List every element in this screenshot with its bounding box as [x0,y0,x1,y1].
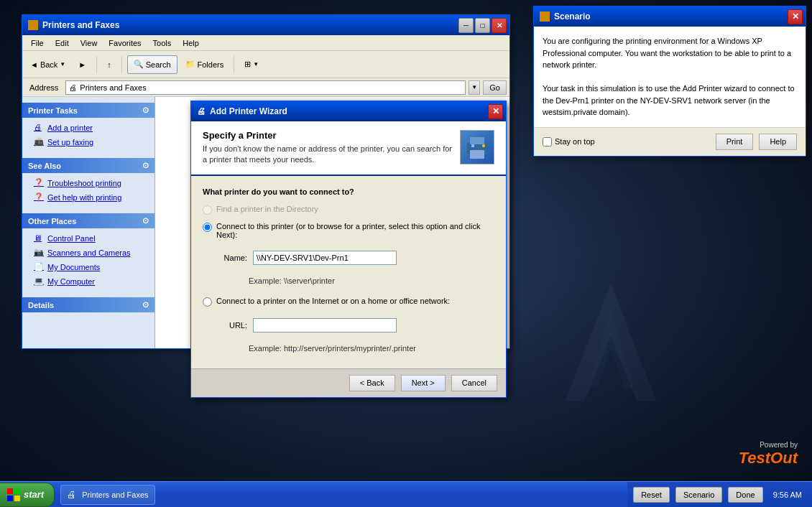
back-button[interactable]: < Back [349,375,395,391]
printers-faxes-title: Printers and Faxes [42,20,458,30]
svg-rect-10 [14,496,20,501]
menu-file[interactable]: File [25,37,50,49]
other-places-collapse-icon: ⊙ [142,216,149,225]
printer-title-icon [28,20,38,30]
print-button[interactable]: Print [716,134,754,150]
wizard-footer: < Back Next > Cancel [191,368,506,397]
wizard-header-title: Specify a Printer [203,130,453,141]
up-button[interactable]: ↑ [102,54,116,75]
set-up-faxing-label: Set up faxing [47,138,93,146]
scenario-window: Scenario ✕ You are configuring the print… [533,6,806,157]
find-directory-radio[interactable] [203,205,212,215]
testout-logo: TestOut [739,449,798,468]
connect-printer-text: Connect to this printer (or to browse fo… [216,222,480,239]
computer-icon: 💻 [34,276,44,287]
wizard-header-desc: If you don't know the name or address of… [203,144,453,166]
set-up-faxing-link[interactable]: 📠 Set up faxing [22,135,154,149]
scenario-button[interactable]: Scenario [675,487,722,503]
back-label: Back [40,60,57,69]
svg-rect-8 [14,488,20,494]
cancel-button[interactable]: Cancel [451,375,497,391]
documents-icon: 📄 [34,262,44,272]
views-button[interactable]: ⊞ ▼ [239,54,264,75]
testout-branding: Powered by TestOut [739,441,798,468]
other-places-section: Other Places ⊙ 🖥 Control Panel 📷 Scanner… [22,213,154,292]
svg-rect-5 [471,144,474,147]
taskbar-printers-item[interactable]: 🖨 Printers and Faxes [60,485,154,505]
get-help-link[interactable]: ❓ Get help with printing [22,190,154,205]
internet-printer-radio[interactable] [203,297,212,307]
details-section: Details ⊙ [22,297,154,312]
internet-printer-text: Connect to a printer on the Internet or … [216,297,450,305]
url-input[interactable] [253,318,397,332]
get-help-label: Get help with printing [47,193,121,202]
done-button[interactable]: Done [728,487,762,503]
address-folder-icon: 🖨 [69,83,77,92]
taskbar-printer-icon: 🖨 [67,489,78,501]
search-button[interactable]: 🔍 Search [127,55,177,74]
wizard-close-button[interactable]: ✕ [488,104,503,119]
stay-on-top-checkbox[interactable] [543,137,552,146]
troubleshoot-printing-link[interactable]: ❓ Troubleshoot printing [22,176,154,190]
scanners-cameras-link[interactable]: 📷 Scanners and Cameras [22,246,154,260]
address-label: Address [25,83,63,92]
minimize-button[interactable]: ─ [458,18,474,33]
back-arrow-icon: ▼ [60,61,65,68]
internet-printer-option: Connect to a printer on the Internet or … [203,297,494,307]
help-button[interactable]: Help [759,134,797,150]
details-header[interactable]: Details ⊙ [22,297,154,312]
scenario-paragraph-2: Your task in this simulation is to use t… [543,83,797,118]
menu-edit[interactable]: Edit [50,37,75,49]
desktop-watermark [539,277,683,421]
svg-rect-9 [7,496,13,501]
wizard-titlebar: 🖨 Add Printer Wizard ✕ [191,101,506,121]
toolbar-separator-1 [96,56,97,73]
menu-help[interactable]: Help [177,37,205,49]
other-places-content: 🖥 Control Panel 📷 Scanners and Cameras 📄… [22,228,154,292]
connect-printer-label: Connect to this printer (or to browse fo… [216,222,494,239]
address-go-button[interactable]: Go [483,80,507,95]
wizard-title-icon: 🖨 [197,106,206,116]
scenario-footer: Stay on top Print Help [534,127,806,156]
close-button[interactable]: ✕ [492,18,507,33]
scenario-close-button[interactable]: ✕ [788,9,803,24]
control-panel-link[interactable]: 🖥 Control Panel [22,231,154,246]
name-field-label: Name: [218,254,247,262]
search-label: Search [146,60,171,69]
menu-favorites[interactable]: Favorites [103,37,147,49]
window-controls: ─ □ ✕ [458,18,507,33]
printer-tasks-header[interactable]: Printer Tasks ⊙ [22,103,154,118]
my-documents-link[interactable]: 📄 My Documents [22,260,154,274]
folders-button[interactable]: 📁 Folders [180,54,229,75]
add-printer-link[interactable]: 🖨 Add a printer [22,121,154,135]
taskbar-clock: 9:56 AM [769,490,806,499]
svg-rect-4 [470,150,484,159]
other-places-header[interactable]: Other Places ⊙ [22,213,154,228]
toolbar: ◄ Back ▼ ► ↑ 🔍 Search 📁 Folders ⊞ [22,51,509,78]
address-bar: Address 🖨 Printers and Faxes ▼ Go [22,78,509,97]
menu-tools[interactable]: Tools [147,37,177,49]
name-example: Example: \\server\printer [249,276,494,285]
wizard-body: What printer do you want to connect to? … [191,176,506,368]
taskbar: start 🖨 Printers and Faxes Reset Scenari… [0,481,812,507]
address-dropdown[interactable]: ▼ [469,80,480,95]
forward-button[interactable]: ► [73,54,91,75]
printer-name-input[interactable] [253,251,397,265]
scanners-label: Scanners and Cameras [47,248,131,257]
reset-button[interactable]: Reset [633,487,670,503]
maximize-button[interactable]: □ [475,18,490,33]
start-button[interactable]: start [0,483,55,507]
powered-by-label: Powered by [739,441,798,449]
next-button[interactable]: Next > [401,375,446,391]
wizard-printer-icon [460,130,494,164]
add-printer-icon: 🖨 [34,123,44,133]
printer-tasks-section: Printer Tasks ⊙ 🖨 Add a printer 📠 Set up… [22,103,154,152]
menu-view[interactable]: View [75,37,103,49]
address-field[interactable]: 🖨 Printers and Faxes [65,80,466,95]
see-also-header[interactable]: See Also ⊙ [22,158,154,173]
views-arrow: ▼ [253,61,259,68]
details-collapse-icon: ⊙ [142,300,149,310]
my-computer-link[interactable]: 💻 My Computer [22,274,154,289]
connect-printer-radio[interactable] [203,223,212,232]
back-button[interactable]: ◄ Back ▼ [25,54,70,75]
